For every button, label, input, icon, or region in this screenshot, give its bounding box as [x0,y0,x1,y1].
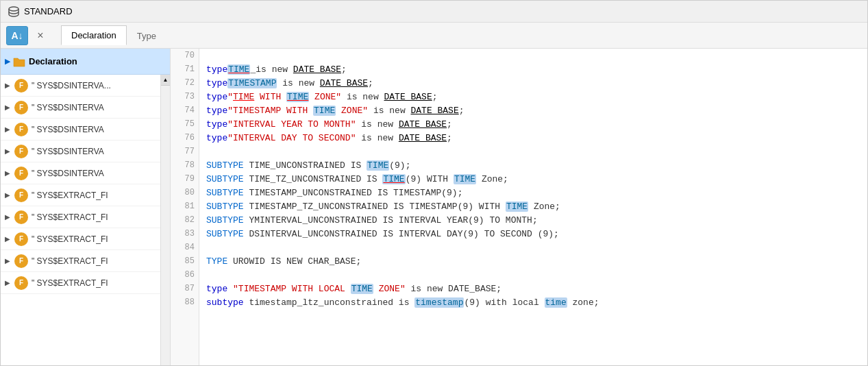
line-number: 87 [171,282,199,295]
line-number: 80 [171,186,199,199]
tree-item-label: " SYS$EXTRACT_FI [32,278,108,288]
title-bar: STANDARD [1,1,867,23]
function-icon: F [14,232,28,246]
line-number: 72 [171,76,199,90]
code-line [206,49,867,62]
function-icon: F [14,101,28,114]
tree-item[interactable]: ▶ F " SYS$DSINTERVA [1,141,160,162]
function-icon: F [14,79,28,93]
line-number: 79 [171,172,199,186]
code-line: SUBTYPE TIMESTAMP_TZ_UNCONSTRAINED IS TI… [206,199,867,213]
main-content: ▶ Declaration ▶ F " SYS$DSINTERVA... ▶ F… [1,49,867,365]
line-number: 81 [171,199,199,213]
tree-item-label: " SYS$DSINTERVA [32,125,104,134]
function-icon: F [14,254,28,268]
line-number: 86 [171,268,199,282]
line-number: 73 [171,90,199,103]
tree-item-label: " SYS$DSINTERVA [32,169,104,178]
close-button[interactable]: × [31,26,50,45]
tab-bar: A↓ × Declaration Type [1,23,867,49]
tree-item[interactable]: ▶ F " SYS$EXTRACT_FI [1,228,160,250]
tab-declaration[interactable]: Declaration [61,25,127,45]
code-line [206,241,867,254]
line-number: 78 [171,158,199,172]
tree-item-label: " SYS$EXTRACT_FI [32,212,108,222]
tree-item-arrow: ▶ [5,191,12,199]
tree-item-label: " SYS$EXTRACT_FI [32,234,108,244]
tree-item-label: " SYS$EXTRACT_FI [32,256,108,266]
code-line: type "TIME WITH TIME ZONE" is new DATE_B… [206,90,867,103]
line-number: 75 [171,117,199,131]
scrollbar[interactable]: ▲ [160,75,170,365]
tree-item[interactable]: ▶ F " SYS$DSINTERVA [1,97,160,119]
sort-button[interactable]: A↓ [6,26,28,45]
line-numbers: 70717273747576777879808182838485868788 [171,49,199,365]
tree-item-arrow: ▶ [5,147,12,155]
code-line: SUBTYPE TIMESTAMP_UNCONSTRAINED IS TIMES… [206,186,867,199]
function-icon: F [14,210,28,224]
right-panel: 70717273747576777879808182838485868788 t… [171,49,867,365]
code-line: type "INTERVAL DAY TO SECOND" is new DAT… [206,131,867,145]
scroll-up-button[interactable]: ▲ [161,75,171,86]
code-line: type "TIMESTAMP WITH LOCAL TIME ZONE" is… [206,282,867,295]
tree-scroll-area: ▶ F " SYS$DSINTERVA... ▶ F " SYS$DSINTER… [1,75,170,365]
tree-item-arrow: ▶ [5,279,12,286]
function-icon: F [14,167,28,180]
title-text: STANDARD [24,6,73,16]
code-line: SUBTYPE TIME_UNCONSTRAINED IS TIME(9); [206,158,867,172]
code-line: subtype timestamp_ltz_unconstrained is t… [206,295,867,309]
folder-icon [13,56,25,68]
code-area: 70717273747576777879808182838485868788 t… [171,49,867,365]
line-number: 76 [171,131,199,145]
tree-item[interactable]: ▶ F " SYS$EXTRACT_FI [1,184,160,206]
tree-item[interactable]: ▶ F " SYS$DSINTERVA [1,119,160,141]
line-number: 84 [171,241,199,254]
line-number: 70 [171,49,199,62]
code-line [206,268,867,282]
tree-item-label: " SYS$DSINTERVA [32,103,104,112]
tree-item[interactable]: ▶ F " SYS$DSINTERVA [1,162,160,184]
tree-item-arrow: ▶ [5,257,12,265]
code-content[interactable]: type TIME_is new DATE_BASE; type TIMESTA… [199,49,867,365]
tree-item-label: " SYS$EXTRACT_FI [32,191,108,200]
tree-item[interactable]: ▶ F " SYS$EXTRACT_FI [1,206,160,228]
tree-item-arrow: ▶ [5,235,12,243]
code-line: SUBTYPE TIME_TZ_UNCONSTRAINED IS TIME(9)… [206,172,867,186]
tree-root[interactable]: ▶ Declaration [1,49,170,75]
tree-root-label: Declaration [29,56,77,66]
function-icon: F [14,123,28,136]
tree-item-arrow: ▶ [5,213,12,221]
line-number: 88 [171,295,199,309]
left-panel: ▶ Declaration ▶ F " SYS$DSINTERVA... ▶ F… [1,49,171,365]
function-icon: F [14,276,28,290]
tree-item-arrow: ▶ [5,125,12,133]
line-number: 83 [171,227,199,241]
tree-item-label: " SYS$DSINTERVA... [32,81,111,90]
tree-item-arrow: ▶ [5,169,12,177]
code-line: SUBTYPE DSINTERVAL_UNCONSTRAINED IS INTE… [206,227,867,241]
tree-item[interactable]: ▶ F " SYS$DSINTERVA... [1,75,160,97]
tree-item[interactable]: ▶ F " SYS$EXTRACT_FI [1,250,160,272]
code-line: type "INTERVAL YEAR TO MONTH" is new DAT… [206,117,867,131]
code-line: SUBTYPE YMINTERVAL_UNCONSTRAINED IS INTE… [206,213,867,227]
line-number: 85 [171,254,199,268]
tab-type[interactable]: Type [127,26,166,45]
code-line: type TIMESTAMP is new DATE_BASE; [206,76,867,90]
main-window: STANDARD A↓ × Declaration Type ▶ Declara… [0,0,868,366]
function-icon: F [14,145,28,158]
code-line [206,145,867,158]
line-number: 82 [171,213,199,227]
sort-icon: A↓ [11,30,23,41]
database-icon [8,5,20,18]
tree-items-list: ▶ F " SYS$DSINTERVA... ▶ F " SYS$DSINTER… [1,75,160,294]
code-line: type "TIMESTAMP WITH TIME ZONE" is new D… [206,103,867,117]
tree-item-label: " SYS$DSINTERVA [32,147,104,156]
tree-item-arrow: ▶ [5,82,12,89]
tree-item-arrow: ▶ [5,103,12,111]
line-number: 71 [171,62,199,76]
line-number: 74 [171,103,199,117]
svg-point-0 [9,7,18,11]
tree-root-arrow: ▶ [5,57,10,66]
line-number: 77 [171,145,199,158]
tree-item[interactable]: ▶ F " SYS$EXTRACT_FI [1,272,160,294]
